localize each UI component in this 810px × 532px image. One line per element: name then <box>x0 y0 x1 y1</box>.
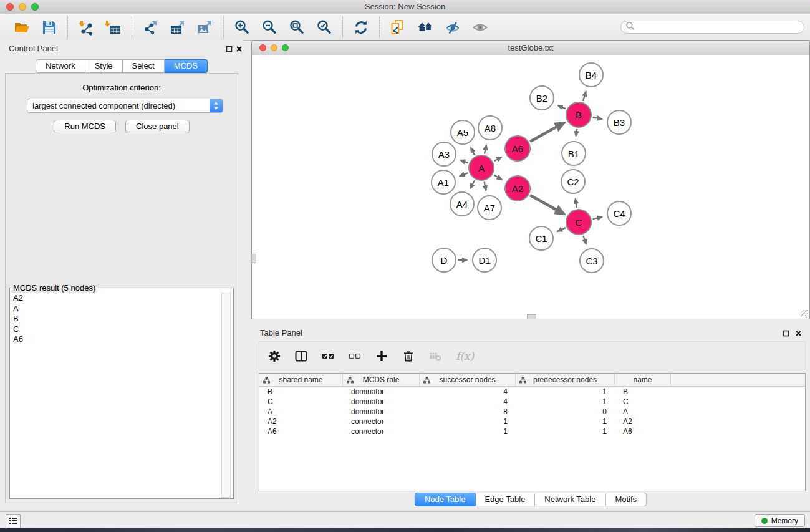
split-panel-icon[interactable] <box>295 350 307 362</box>
column-header-predecessor-nodes[interactable]: predecessor nodes <box>516 374 615 386</box>
zoom-in-icon[interactable] <box>233 19 251 36</box>
close-table-panel-icon[interactable] <box>794 329 803 337</box>
edge-A-A2[interactable] <box>494 175 502 179</box>
search-input[interactable] <box>637 22 804 33</box>
graph-node-A[interactable]: A <box>468 155 494 181</box>
graph-node-A1[interactable]: A1 <box>431 170 456 195</box>
search-field[interactable] <box>620 21 804 34</box>
graph-node-A3[interactable]: A3 <box>432 142 456 167</box>
column-settings-icon[interactable] <box>268 350 281 362</box>
graph-node-B[interactable]: B <box>566 102 592 128</box>
edge-A-A3[interactable] <box>460 160 468 163</box>
tab-mcds[interactable]: MCDS <box>165 59 208 73</box>
graph-node-A6[interactable]: A6 <box>504 135 531 162</box>
show-all-icon[interactable] <box>471 19 489 36</box>
duplicate-network-icon[interactable] <box>389 19 407 36</box>
graph-node-C3[interactable]: C3 <box>579 248 604 273</box>
edge-B-B2[interactable] <box>558 105 566 109</box>
edge-A-A5[interactable] <box>471 148 475 155</box>
delete-row-icon[interactable] <box>402 350 415 362</box>
edge-A-A4[interactable] <box>470 180 475 188</box>
network-canvas[interactable]: B4B2BB3A8A5A6B1A3AC2A1A2A4A7C4CC1DD1C3 <box>252 55 809 319</box>
graph-node-D[interactable]: D <box>432 248 456 273</box>
edge-C-C3[interactable] <box>583 236 586 244</box>
edge-B-B3[interactable] <box>593 117 602 119</box>
tab-select[interactable]: Select <box>123 59 165 73</box>
unselect-all-icon[interactable] <box>349 350 361 362</box>
table-row[interactable]: Bdominator41B <box>259 387 805 397</box>
export-table-icon[interactable] <box>169 19 186 36</box>
edge-A-A1[interactable] <box>460 173 468 176</box>
graph-node-B2[interactable]: B2 <box>529 85 554 110</box>
graph-node-A7[interactable]: A7 <box>477 195 502 220</box>
graph-node-C4[interactable]: C4 <box>607 201 632 226</box>
zoom-fit-icon[interactable] <box>288 19 306 36</box>
graph-node-A8[interactable]: A8 <box>478 115 503 140</box>
open-file-icon[interactable] <box>13 19 31 36</box>
float-panel-icon[interactable] <box>224 44 233 53</box>
close-panel-icon[interactable] <box>234 44 243 53</box>
task-history-button[interactable] <box>6 514 21 529</box>
edge-A-A6[interactable] <box>494 157 501 162</box>
graph-node-B3[interactable]: B3 <box>607 110 632 135</box>
network-window-titlebar[interactable]: testGlobe.txt <box>252 41 809 56</box>
column-header-successor-nodes[interactable]: successor nodes <box>420 374 516 386</box>
export-image-icon[interactable] <box>196 19 214 36</box>
bottom-splitter-handle[interactable] <box>527 314 536 319</box>
table-tab-edge-table[interactable]: Edge Table <box>475 493 535 506</box>
column-header-shared-name[interactable]: shared name <box>259 374 343 386</box>
memory-button[interactable]: Memory <box>755 514 805 527</box>
zoom-selected-icon[interactable] <box>316 19 333 36</box>
edge-A-A8[interactable] <box>485 145 486 153</box>
import-table-icon[interactable] <box>105 19 122 36</box>
graph-node-A5[interactable]: A5 <box>450 120 475 145</box>
mcds-result-item[interactable]: B <box>13 314 233 324</box>
select-all-icon[interactable] <box>322 350 334 362</box>
mcds-result-item[interactable]: A <box>13 304 233 314</box>
mcds-result-item[interactable]: A6 <box>13 334 233 345</box>
first-neighbors-icon[interactable] <box>417 19 434 36</box>
graph-node-B4[interactable]: B4 <box>579 62 604 87</box>
graph-node-C1[interactable]: C1 <box>529 226 554 251</box>
tab-style[interactable]: Style <box>85 59 123 73</box>
table-row[interactable]: A6connector11A6 <box>259 427 805 437</box>
edge-A6-B[interactable] <box>530 123 564 142</box>
edge-C-C2[interactable] <box>576 199 577 208</box>
table-row[interactable]: Adominator80A <box>259 407 805 417</box>
table-tab-node-table[interactable]: Node Table <box>415 493 476 506</box>
table-row[interactable]: Cdominator41C <box>259 397 805 407</box>
result-scrollbar[interactable] <box>221 293 231 498</box>
edge-B-B1[interactable] <box>576 129 577 136</box>
table-tab-network-table[interactable]: Network Table <box>535 493 605 506</box>
float-table-panel-icon[interactable] <box>781 329 790 337</box>
graph-node-A4[interactable]: A4 <box>450 191 475 216</box>
import-network-icon[interactable] <box>77 19 95 36</box>
edge-B-B4[interactable] <box>583 92 586 101</box>
graph-node-C[interactable]: C <box>566 209 592 235</box>
graph-node-A2[interactable]: A2 <box>504 175 531 201</box>
close-panel-button[interactable]: Close panel <box>125 120 190 133</box>
graph-node-B1[interactable]: B1 <box>561 141 586 166</box>
window-resize-grip[interactable] <box>801 310 809 318</box>
save-session-icon[interactable] <box>41 19 58 36</box>
mcds-result-item[interactable]: C <box>13 324 233 335</box>
graph-node-C2[interactable]: C2 <box>561 169 586 194</box>
edge-C-C1[interactable] <box>557 228 566 231</box>
mcds-result-item[interactable]: A2 <box>13 293 233 304</box>
run-mcds-button[interactable]: Run MCDS <box>54 120 116 133</box>
edge-A-A7[interactable] <box>485 182 486 191</box>
table-row[interactable]: A2connector11A2 <box>259 417 805 427</box>
column-header-MCDS-role[interactable]: MCDS role <box>343 374 420 386</box>
table-tab-motifs[interactable]: Motifs <box>605 493 647 506</box>
zoom-out-icon[interactable] <box>261 19 278 36</box>
hide-selected-icon[interactable] <box>444 19 461 36</box>
export-network-icon[interactable] <box>142 19 159 36</box>
edge-A2-C[interactable] <box>530 195 564 214</box>
left-splitter-handle[interactable] <box>251 254 256 263</box>
graph-node-D1[interactable]: D1 <box>472 248 497 273</box>
edge-C-C4[interactable] <box>593 217 602 219</box>
tab-network[interactable]: Network <box>36 59 85 73</box>
add-row-icon[interactable] <box>375 350 388 362</box>
column-header-name[interactable]: name <box>615 374 671 386</box>
criterion-select[interactable]: largest connected component (directed) <box>27 99 223 113</box>
